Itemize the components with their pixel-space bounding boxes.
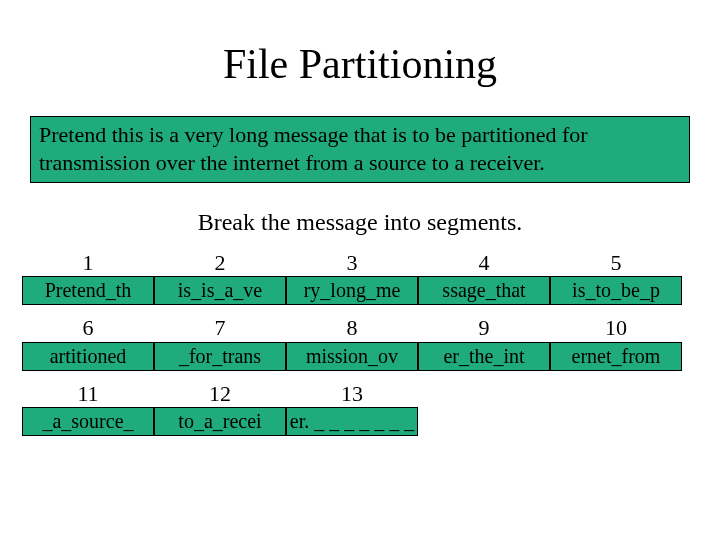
segment-number: 7 xyxy=(154,315,286,341)
segment: 13 er. _ _ _ _ _ _ _ xyxy=(286,381,418,436)
segment-number: 6 xyxy=(22,315,154,341)
segment-number: 9 xyxy=(418,315,550,341)
segment: 7 _for_trans xyxy=(154,315,286,370)
segment-text: mission_ov xyxy=(286,342,418,371)
segment-number: 5 xyxy=(550,250,682,276)
segment-text: ernet_from xyxy=(550,342,682,371)
segment: 6 artitioned xyxy=(22,315,154,370)
segment-number: 11 xyxy=(22,381,154,407)
slide-title: File Partitioning xyxy=(0,40,720,88)
segment-text: er. _ _ _ _ _ _ _ xyxy=(286,407,418,436)
segment-number: 13 xyxy=(286,381,418,407)
segment: 5 is_to_be_p xyxy=(550,250,682,305)
segment-number: 1 xyxy=(22,250,154,276)
segment-text: Pretend_th xyxy=(22,276,154,305)
segment: 2 is_is_a_ve xyxy=(154,250,286,305)
segments-container: 1 Pretend_th 2 is_is_a_ve 3 ry_long_me 4… xyxy=(22,250,698,446)
segment-number: 4 xyxy=(418,250,550,276)
segment-text: er_the_int xyxy=(418,342,550,371)
subtitle: Break the message into segments. xyxy=(0,209,720,236)
segment: 1 Pretend_th xyxy=(22,250,154,305)
segment-text: _for_trans xyxy=(154,342,286,371)
segment: 12 to_a_recei xyxy=(154,381,286,436)
segment-text: is_is_a_ve xyxy=(154,276,286,305)
segment-number: 8 xyxy=(286,315,418,341)
segment: 4 ssage_that xyxy=(418,250,550,305)
segment: 9 er_the_int xyxy=(418,315,550,370)
segment-text: _a_source_ xyxy=(22,407,154,436)
full-message-box: Pretend this is a very long message that… xyxy=(30,116,690,183)
segment-number: 10 xyxy=(550,315,682,341)
segment-text: is_to_be_p xyxy=(550,276,682,305)
segment: 3 ry_long_me xyxy=(286,250,418,305)
segment-text: ssage_that xyxy=(418,276,550,305)
slide: File Partitioning Pretend this is a very… xyxy=(0,0,720,540)
segment-number: 12 xyxy=(154,381,286,407)
segment: 8 mission_ov xyxy=(286,315,418,370)
segment-text: to_a_recei xyxy=(154,407,286,436)
segment: 11 _a_source_ xyxy=(22,381,154,436)
segment-number: 2 xyxy=(154,250,286,276)
segment-text: artitioned xyxy=(22,342,154,371)
segment-text: ry_long_me xyxy=(286,276,418,305)
segment: 10 ernet_from xyxy=(550,315,682,370)
segment-number: 3 xyxy=(286,250,418,276)
